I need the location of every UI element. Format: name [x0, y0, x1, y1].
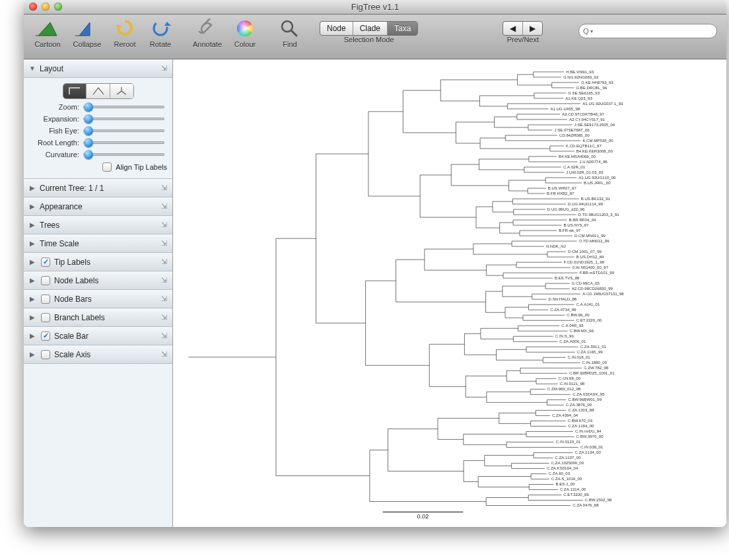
- panel-time-scale[interactable]: ▶ Time Scale ⇲: [24, 234, 172, 253]
- tip-label: C.ZA.S_1019_00: [551, 477, 582, 481]
- pin-icon[interactable]: ⇲: [161, 64, 167, 73]
- tip-label: C.IN.018_01: [568, 355, 591, 359]
- tip-label: C.IN.038_01: [580, 445, 604, 449]
- tip-label: C.ZA.1025099_00: [551, 461, 584, 465]
- find-button[interactable]: Find: [273, 17, 306, 48]
- zoom-label: Zoom:: [29, 103, 83, 111]
- tip-label: C.ZA.1165_99: [576, 350, 603, 354]
- fisheye-slider[interactable]: [83, 129, 164, 132]
- pin-icon[interactable]: ⇲: [161, 276, 167, 285]
- scale-bar-checkbox[interactable]: [41, 332, 50, 341]
- pin-icon[interactable]: ⇲: [161, 239, 167, 248]
- panel-layout-title: Layout: [40, 64, 63, 73]
- pin-icon[interactable]: ⇲: [161, 184, 167, 192]
- panel-trees[interactable]: ▶ Trees ⇲: [24, 216, 172, 234]
- colour-button[interactable]: Colour: [228, 17, 261, 48]
- tip-label: K.CM.MP535_00: [582, 139, 613, 143]
- reroot-button[interactable]: Reroot: [108, 17, 141, 48]
- selection-taxa[interactable]: Taxa: [388, 22, 417, 35]
- rootlength-label: Root Length:: [29, 139, 83, 147]
- rotate-button[interactable]: Rotate: [144, 17, 177, 48]
- panel-current-tree[interactable]: ▶ Current Tree: 1 / 1 ⇲: [24, 179, 172, 197]
- tip-label: C.ET.2220_00: [576, 318, 602, 322]
- selection-clade[interactable]: Clade: [353, 22, 388, 35]
- layout-radial-button[interactable]: [110, 84, 133, 98]
- close-icon[interactable]: [29, 3, 37, 11]
- tip-label: C.BW.96_00: [567, 313, 590, 317]
- panel-appearance[interactable]: ▶ Appearance ⇲: [24, 197, 172, 216]
- tip-label: B.US.JRFL_00: [584, 181, 611, 185]
- prev-next-segmented: ◀ ▶: [503, 21, 543, 36]
- tip-label: J.UW.02R_01.03_03: [566, 170, 604, 174]
- rotate-icon: [149, 18, 172, 38]
- panel-scale-bar-label: Scale Bar: [54, 332, 88, 341]
- tip-label: K.CD.EQTB11C_97: [566, 144, 602, 148]
- tip-labels-checkbox[interactable]: [41, 258, 50, 267]
- node-bars-checkbox[interactable]: [41, 295, 50, 304]
- window-controls: [29, 3, 62, 11]
- align-tips-checkbox[interactable]: [102, 162, 112, 172]
- collapse-button[interactable]: Collapse: [69, 17, 106, 48]
- collapse-icon: [75, 18, 99, 38]
- rootlength-slider[interactable]: [83, 141, 164, 144]
- curvature-slider[interactable]: [83, 153, 164, 156]
- disclosure-right-icon: ▶: [29, 314, 36, 321]
- pin-icon[interactable]: ⇲: [161, 295, 167, 303]
- panel-scale-bar[interactable]: ▶ Scale Bar ⇲: [24, 327, 172, 345]
- panel-node-bars[interactable]: ▶ Node Bars ⇲: [24, 290, 172, 308]
- zoom-icon[interactable]: [54, 3, 62, 11]
- layout-rect-button[interactable]: [63, 84, 87, 98]
- svg-marker-2: [116, 25, 122, 30]
- panel-node-labels[interactable]: ▶ Node Labels ⇲: [24, 271, 172, 290]
- svg-point-5: [237, 20, 253, 36]
- selection-node[interactable]: Node: [320, 22, 353, 35]
- pin-icon[interactable]: ⇲: [161, 202, 167, 211]
- next-button[interactable]: ▶: [523, 22, 542, 35]
- cartoon-icon: [36, 18, 59, 38]
- pin-icon[interactable]: ⇲: [161, 332, 167, 340]
- tip-label: F.CD.01ND1925_1_98: [564, 260, 605, 264]
- pin-icon[interactable]: ⇲: [161, 313, 167, 322]
- cartoon-button[interactable]: Cartoon: [29, 17, 66, 48]
- tip-label: C.ZA.1184_00: [568, 424, 594, 428]
- panel-appearance-label: Appearance: [40, 202, 83, 211]
- tip-label: C.BW.96BW01_99: [568, 398, 602, 402]
- tip-label: C.ZA.0476_98: [573, 504, 599, 508]
- tip-label: O.TD.MN012_99: [579, 239, 610, 243]
- tip-label: 0.AI.N01400_00_97: [573, 265, 609, 269]
- search-field[interactable]: Q ▾: [578, 24, 717, 38]
- tip-label: C.IN.S_99: [555, 334, 574, 338]
- disclosure-right-icon: ▶: [29, 203, 36, 210]
- tip-label: A1.KE.Q23_93: [565, 96, 592, 100]
- pin-icon[interactable]: ⇲: [161, 258, 167, 266]
- tree-canvas[interactable]: H.BE.VI991_93G.NG.92NG083_92G.KE.HH8793_…: [173, 59, 726, 527]
- disclosure-right-icon: ▶: [29, 277, 36, 284]
- tip-label: A1.UG.92UG110_00: [578, 176, 616, 180]
- expansion-slider[interactable]: [83, 118, 164, 120]
- annotate-button[interactable]: Annotate: [189, 17, 226, 48]
- disclosure-right-icon: ▶: [29, 351, 36, 358]
- panel-tip-labels[interactable]: ▶ Tip Labels ⇲: [24, 253, 172, 271]
- branch-labels-checkbox[interactable]: [41, 313, 50, 322]
- tip-label: B.ES.TVS_88: [555, 276, 580, 280]
- panel-branch-labels[interactable]: ▶ Branch Labels ⇲: [24, 308, 172, 327]
- panel-scale-axis-label: Scale Axis: [54, 350, 90, 359]
- tip-label: A2.CD.97CDKTB48_97: [562, 112, 605, 116]
- panel-layout-header[interactable]: ▼ Layout ⇲: [24, 59, 172, 78]
- expansion-label: Expansion:: [29, 115, 83, 123]
- pin-icon[interactable]: ⇲: [161, 350, 167, 359]
- zoom-slider[interactable]: [83, 106, 164, 108]
- prev-button[interactable]: ◀: [503, 22, 523, 35]
- pin-icon[interactable]: ⇲: [161, 221, 167, 229]
- tip-label: G.SE.SE6165_93: [568, 91, 600, 95]
- toolbar: Cartoon Collapse Reroot Rotate Annotate: [24, 15, 726, 59]
- node-labels-checkbox[interactable]: [41, 276, 50, 285]
- scale-axis-checkbox[interactable]: [41, 350, 50, 359]
- layout-diag-button[interactable]: [87, 84, 110, 98]
- panel-scale-axis[interactable]: ▶ Scale Axis ⇲: [24, 345, 172, 364]
- panel-trees-label: Trees: [40, 221, 59, 230]
- search-menu-caret-icon[interactable]: ▾: [590, 28, 593, 34]
- search-input[interactable]: [596, 26, 712, 36]
- tip-label: N.NDK_NJ: [546, 244, 566, 248]
- minimize-icon[interactable]: [42, 3, 50, 11]
